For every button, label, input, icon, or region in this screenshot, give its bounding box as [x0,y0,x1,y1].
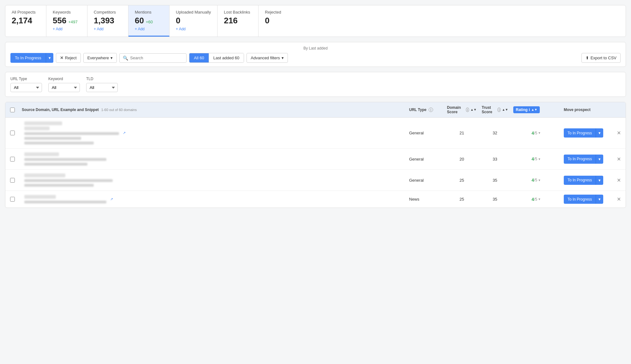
blurred-snippet-text [24,179,113,182]
header-checkbox-cell [5,108,19,112]
reject-button[interactable]: ✕ Reject [56,53,81,63]
row-checkbox-3[interactable] [10,197,15,202]
row-checkbox-0[interactable] [10,131,15,135]
to-in-progress-row-button-3[interactable]: To In Progress [564,195,596,204]
card-lost-backlinks[interactable]: Lost Backlinks216 [217,5,259,37]
card-competitors[interactable]: Competitors1,393+ Add [87,5,128,37]
source-cell-wrapper-1 [19,152,407,166]
blurred-domain-text [24,126,50,130]
move-btn-group-1: To In Progress ▾ [564,155,609,164]
remove-button-3[interactable]: ✕ [616,196,622,202]
source-domain-cell-3 [22,195,109,203]
move-btn-group-0: To In Progress ▾ [564,128,609,138]
to-in-progress-row-button-2[interactable]: To In Progress [564,176,596,185]
blurred-domain-text [24,152,59,156]
domain-score-cell-2: 25 [444,178,479,183]
card-mentions[interactable]: Mentions60+60+ Add [128,5,170,37]
source-cell-wrapper-3: ↗ [19,195,407,203]
card-label-keywords: Keywords [53,10,81,15]
card-uploaded-manually[interactable]: Uploaded Manually0+ Add [170,5,217,37]
move-btn-group-3: To In Progress ▾ [564,195,609,204]
row-checkbox-cell-1 [5,157,19,161]
keyword-select[interactable]: All [48,83,80,92]
to-in-progress-row-dropdown-1[interactable]: ▾ [596,155,603,164]
card-add-keywords[interactable]: + Add [53,27,81,31]
card-all-prospects[interactable]: All Prospects2,174 [5,5,46,37]
to-in-progress-dropdown-button[interactable]: ▾ [46,53,53,63]
chevron-down-icon: ▾ [49,56,51,60]
to-in-progress-row-dropdown-3[interactable]: ▾ [596,195,603,204]
external-link-icon-3[interactable]: ↗ [110,197,113,201]
rating-sort[interactable]: ▲▼ [531,108,538,111]
tld-filter: TLD All [86,77,118,92]
remove-button-0[interactable]: ✕ [616,130,622,136]
card-label-mentions: Mentions [135,10,163,15]
to-in-progress-button[interactable]: To In Progress [10,53,46,63]
source-cell-wrapper-0: ↗ [19,121,407,144]
tld-label: TLD [86,77,118,81]
blurred-snippet-text [24,201,106,203]
everywhere-dropdown[interactable]: Everywhere ▾ [83,53,117,63]
rating-info-icon: i [529,108,530,112]
remove-button-2[interactable]: ✕ [616,177,622,183]
to-in-progress-row-dropdown-0[interactable]: ▾ [596,128,603,138]
header-url-type: URL Type i [407,108,444,112]
advanced-filters-button[interactable]: Advanced filters ▾ [247,53,288,63]
domain-score-sort[interactable]: ▲▼ [470,108,477,111]
row-checkbox-1[interactable] [10,157,15,161]
card-label-rejected: Rejected [265,10,293,15]
domain-score-info-icon[interactable]: i [466,108,469,112]
url-type-select[interactable]: All [10,83,42,92]
trust-score-info-icon[interactable]: i [497,108,501,112]
to-in-progress-btn-group: To In Progress ▾ [10,53,53,63]
external-link-icon-0[interactable]: ↗ [123,131,126,135]
card-add-mentions[interactable]: + Add [135,27,163,31]
card-keywords[interactable]: Keywords556+497+ Add [46,5,87,37]
export-csv-button[interactable]: ⬆ Export to CSV [581,53,621,63]
row-checkbox-cell-2 [5,178,19,183]
tab-all[interactable]: All 60 [189,53,209,62]
trust-score-cell-3: 35 [479,197,511,202]
row-checkbox-2[interactable] [10,178,15,183]
trust-score-cell-0: 32 [479,131,511,135]
url-type-label: URL Type [10,77,42,81]
to-in-progress-row-button-1[interactable]: To In Progress [564,155,596,164]
source-cell-wrapper-2 [19,173,407,187]
rating-dropdown-icon-2[interactable]: ▾ [539,178,540,182]
rating-dropdown-icon-3[interactable]: ▾ [539,197,540,201]
source-domain-cell-0 [22,121,122,144]
rating-denom-2: /5 [534,178,537,182]
select-all-checkbox[interactable] [10,108,15,112]
to-in-progress-row-button-0[interactable]: To In Progress [564,128,596,138]
chevron-down-icon-2: ▾ [110,56,113,60]
sort-label: By Last added [10,46,621,50]
url-type-filter: URL Type All [10,77,42,92]
card-rejected[interactable]: Rejected0 [259,5,300,37]
blurred-domain-text [24,195,56,199]
table-row: General 20 33 4 /5 ▾ To In Progress ▾ ✕ [5,149,626,170]
search-box[interactable]: 🔍 [119,53,187,63]
card-add-uploaded-manually[interactable]: + Add [176,27,211,31]
blurred-domain-text [24,121,62,125]
card-add-competitors[interactable]: + Add [94,27,122,31]
advanced-filters-label: Advanced filters [251,56,280,60]
keyword-filter: Keyword All [48,77,80,92]
search-input[interactable] [130,56,183,60]
trust-score-sort[interactable]: ▲▼ [502,108,508,111]
rating-header-badge[interactable]: Rating i ▲▼ [513,106,540,113]
blurred-snippet-text [24,163,87,166]
rating-dropdown-icon-1[interactable]: ▾ [539,157,540,161]
table-row: ↗ General 21 32 4 /5 ▾ To In Progress ▾ … [5,118,626,149]
header-trust-score: Trust Score i ▲▼ [479,105,511,114]
to-in-progress-row-dropdown-2[interactable]: ▾ [596,176,603,185]
card-value-competitors: 1,393 [94,16,122,26]
rating-value-0: 4 [532,131,534,136]
rating-cell-2: 4 /5 ▾ [511,178,561,183]
remove-button-1[interactable]: ✕ [616,156,622,162]
tab-last-added[interactable]: Last added 60 [209,53,244,62]
tld-select[interactable]: All [86,83,118,92]
rating-dropdown-icon-0[interactable]: ▾ [539,131,540,135]
trust-score-cell-1: 33 [479,157,511,161]
header-source-domain: Source Domain, URL Example and Snippet 1… [19,108,407,112]
url-type-info-icon[interactable]: i [429,108,433,112]
